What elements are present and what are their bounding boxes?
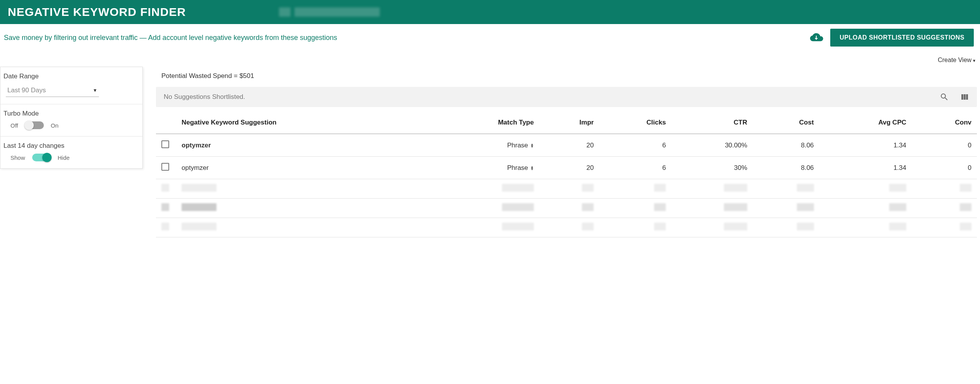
row-checkbox[interactable] [161, 163, 169, 171]
turbo-mode-toggle[interactable] [25, 121, 44, 129]
turbo-off-label: Off [10, 122, 18, 129]
cell-avgcpc: 1.34 [819, 134, 912, 157]
tagline: Save money by filtering out irrelevant t… [4, 34, 810, 42]
changes-show-label: Show [10, 154, 25, 161]
subheader: Save money by filtering out irrelevant t… [0, 24, 980, 51]
cell-conv: 0 [912, 134, 977, 157]
date-range-value: Last 90 Days [7, 86, 46, 94]
col-keyword[interactable]: Negative Keyword Suggestion [176, 110, 428, 134]
cell-clicks: 6 [599, 157, 671, 179]
cell-cost: 8.06 [753, 134, 819, 157]
table-row: optymzerPhrase ▲▼20630.00%8.061.340 [156, 134, 977, 157]
upload-shortlisted-button[interactable]: UPLOAD SHORTLISTED SUGGESTIONS [830, 29, 974, 47]
header-redacted-area [279, 7, 380, 17]
table-row-redacted [156, 179, 977, 199]
cell-conv: 0 [912, 157, 977, 179]
cell-avgcpc: 1.34 [819, 157, 912, 179]
cell-ctr: 30.00% [671, 134, 753, 157]
col-match[interactable]: Match Type [428, 110, 539, 134]
table-row-redacted [156, 218, 977, 237]
app-header: NEGATIVE KEYWORD FINDER [0, 0, 980, 24]
cell-keyword: optymzer [176, 134, 428, 157]
date-range-select[interactable]: Last 90 Days ▼ [6, 84, 99, 97]
row-checkbox[interactable] [161, 140, 169, 148]
page-title: NEGATIVE KEYWORD FINDER [8, 5, 186, 19]
columns-icon[interactable] [960, 92, 969, 102]
col-ctr[interactable]: CTR [671, 110, 753, 134]
col-impr[interactable]: Impr [539, 110, 599, 134]
col-conv[interactable]: Conv [912, 110, 977, 134]
cell-impr: 20 [539, 134, 599, 157]
col-avgcpc[interactable]: Avg CPC [819, 110, 912, 134]
sort-icon: ▲▼ [530, 166, 534, 170]
cell-ctr: 30% [671, 157, 753, 179]
table-row-redacted [156, 199, 977, 218]
cell-impr: 20 [539, 157, 599, 179]
changes-toggle[interactable] [32, 154, 51, 161]
main-content: Create View▼ Potential Wasted Spend = $5… [143, 51, 980, 237]
changes-label: Last 14 day changes [3, 142, 139, 150]
cell-clicks: 6 [599, 134, 671, 157]
col-cost[interactable]: Cost [753, 110, 819, 134]
date-range-label: Date Range [3, 73, 139, 80]
col-clicks[interactable]: Clicks [599, 110, 671, 134]
cell-cost: 8.06 [753, 157, 819, 179]
table-toolbar: No Suggestions Shortlisted. [156, 87, 977, 107]
cell-match[interactable]: Phrase ▲▼ [428, 134, 539, 157]
chevron-down-icon: ▼ [93, 88, 97, 93]
cloud-download-icon[interactable] [810, 33, 823, 42]
suggestions-table: Negative Keyword Suggestion Match Type I… [156, 110, 977, 237]
cell-keyword: optymzer [176, 157, 428, 179]
table-row: optymzerPhrase ▲▼20630%8.061.340 [156, 157, 977, 179]
turbo-mode-label: Turbo Mode [3, 110, 139, 118]
turbo-on-label: On [51, 122, 59, 129]
search-icon[interactable] [940, 92, 949, 102]
changes-hide-label: Hide [58, 154, 70, 161]
cell-match[interactable]: Phrase ▲▼ [428, 157, 539, 179]
create-view-dropdown[interactable]: Create View▼ [156, 55, 977, 70]
wasted-spend-text: Potential Wasted Spend = $501 [156, 70, 977, 87]
sort-icon: ▲▼ [530, 143, 534, 148]
chevron-down-icon: ▼ [972, 59, 976, 63]
shortlist-status: No Suggestions Shortlisted. [164, 93, 929, 101]
filter-sidebar: Date Range Last 90 Days ▼ Turbo Mode Off… [0, 67, 143, 169]
